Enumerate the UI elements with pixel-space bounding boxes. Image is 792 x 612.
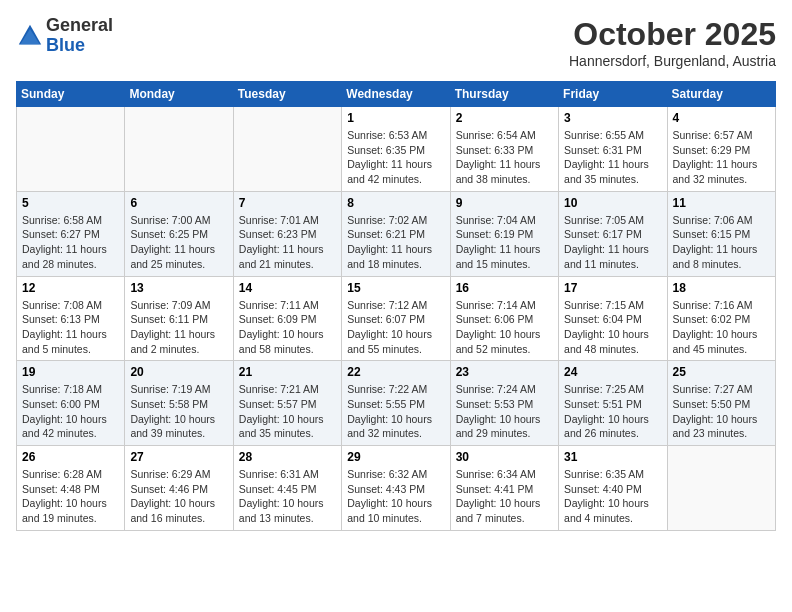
calendar-header: SundayMondayTuesdayWednesdayThursdayFrid… [17,82,776,107]
day-info: Sunrise: 7:05 AMSunset: 6:17 PMDaylight:… [564,213,661,272]
day-info: Sunrise: 6:57 AMSunset: 6:29 PMDaylight:… [673,128,770,187]
week-row-3: 12Sunrise: 7:08 AMSunset: 6:13 PMDayligh… [17,276,776,361]
calendar-cell [233,107,341,192]
calendar-cell: 2Sunrise: 6:54 AMSunset: 6:33 PMDaylight… [450,107,558,192]
day-number: 10 [564,196,661,210]
day-number: 29 [347,450,444,464]
day-number: 11 [673,196,770,210]
calendar-cell: 24Sunrise: 7:25 AMSunset: 5:51 PMDayligh… [559,361,667,446]
calendar-cell: 1Sunrise: 6:53 AMSunset: 6:35 PMDaylight… [342,107,450,192]
logo-general-label: General [46,16,113,36]
day-info: Sunrise: 7:12 AMSunset: 6:07 PMDaylight:… [347,298,444,357]
day-info: Sunrise: 7:16 AMSunset: 6:02 PMDaylight:… [673,298,770,357]
day-number: 1 [347,111,444,125]
calendar-cell: 25Sunrise: 7:27 AMSunset: 5:50 PMDayligh… [667,361,775,446]
day-number: 19 [22,365,119,379]
day-number: 13 [130,281,227,295]
day-info: Sunrise: 7:18 AMSunset: 6:00 PMDaylight:… [22,382,119,441]
week-row-4: 19Sunrise: 7:18 AMSunset: 6:00 PMDayligh… [17,361,776,446]
calendar-cell: 30Sunrise: 6:34 AMSunset: 4:41 PMDayligh… [450,446,558,531]
calendar-cell: 28Sunrise: 6:31 AMSunset: 4:45 PMDayligh… [233,446,341,531]
day-number: 2 [456,111,553,125]
calendar-cell: 10Sunrise: 7:05 AMSunset: 6:17 PMDayligh… [559,191,667,276]
calendar-cell: 11Sunrise: 7:06 AMSunset: 6:15 PMDayligh… [667,191,775,276]
day-number: 9 [456,196,553,210]
calendar-cell: 27Sunrise: 6:29 AMSunset: 4:46 PMDayligh… [125,446,233,531]
day-info: Sunrise: 7:22 AMSunset: 5:55 PMDaylight:… [347,382,444,441]
calendar-cell: 16Sunrise: 7:14 AMSunset: 6:06 PMDayligh… [450,276,558,361]
calendar-body: 1Sunrise: 6:53 AMSunset: 6:35 PMDaylight… [17,107,776,531]
calendar-cell: 21Sunrise: 7:21 AMSunset: 5:57 PMDayligh… [233,361,341,446]
day-number: 24 [564,365,661,379]
days-of-week-row: SundayMondayTuesdayWednesdayThursdayFrid… [17,82,776,107]
day-info: Sunrise: 7:19 AMSunset: 5:58 PMDaylight:… [130,382,227,441]
week-row-5: 26Sunrise: 6:28 AMSunset: 4:48 PMDayligh… [17,446,776,531]
day-number: 23 [456,365,553,379]
day-header-wednesday: Wednesday [342,82,450,107]
calendar-cell [667,446,775,531]
logo: General Blue [16,16,113,56]
day-number: 20 [130,365,227,379]
day-header-tuesday: Tuesday [233,82,341,107]
day-info: Sunrise: 6:31 AMSunset: 4:45 PMDaylight:… [239,467,336,526]
day-info: Sunrise: 6:54 AMSunset: 6:33 PMDaylight:… [456,128,553,187]
calendar-cell: 4Sunrise: 6:57 AMSunset: 6:29 PMDaylight… [667,107,775,192]
calendar-cell: 20Sunrise: 7:19 AMSunset: 5:58 PMDayligh… [125,361,233,446]
day-number: 5 [22,196,119,210]
title-block: October 2025 Hannersdorf, Burgenland, Au… [569,16,776,69]
calendar-cell: 8Sunrise: 7:02 AMSunset: 6:21 PMDaylight… [342,191,450,276]
day-number: 30 [456,450,553,464]
day-number: 8 [347,196,444,210]
logo-text: General Blue [46,16,113,56]
logo-blue-label: Blue [46,36,113,56]
day-number: 17 [564,281,661,295]
day-info: Sunrise: 6:34 AMSunset: 4:41 PMDaylight:… [456,467,553,526]
day-info: Sunrise: 7:24 AMSunset: 5:53 PMDaylight:… [456,382,553,441]
day-info: Sunrise: 6:35 AMSunset: 4:40 PMDaylight:… [564,467,661,526]
day-info: Sunrise: 7:09 AMSunset: 6:11 PMDaylight:… [130,298,227,357]
day-info: Sunrise: 6:58 AMSunset: 6:27 PMDaylight:… [22,213,119,272]
calendar-cell: 15Sunrise: 7:12 AMSunset: 6:07 PMDayligh… [342,276,450,361]
day-number: 21 [239,365,336,379]
calendar-cell: 22Sunrise: 7:22 AMSunset: 5:55 PMDayligh… [342,361,450,446]
calendar-table: SundayMondayTuesdayWednesdayThursdayFrid… [16,81,776,531]
calendar-cell: 14Sunrise: 7:11 AMSunset: 6:09 PMDayligh… [233,276,341,361]
day-info: Sunrise: 7:15 AMSunset: 6:04 PMDaylight:… [564,298,661,357]
calendar-cell: 26Sunrise: 6:28 AMSunset: 4:48 PMDayligh… [17,446,125,531]
week-row-2: 5Sunrise: 6:58 AMSunset: 6:27 PMDaylight… [17,191,776,276]
day-number: 14 [239,281,336,295]
day-number: 15 [347,281,444,295]
day-number: 3 [564,111,661,125]
day-number: 7 [239,196,336,210]
day-number: 26 [22,450,119,464]
location-subtitle: Hannersdorf, Burgenland, Austria [569,53,776,69]
day-number: 28 [239,450,336,464]
page-header: General Blue October 2025 Hannersdorf, B… [16,16,776,69]
day-number: 4 [673,111,770,125]
calendar-cell: 23Sunrise: 7:24 AMSunset: 5:53 PMDayligh… [450,361,558,446]
day-info: Sunrise: 7:14 AMSunset: 6:06 PMDaylight:… [456,298,553,357]
calendar-cell: 5Sunrise: 6:58 AMSunset: 6:27 PMDaylight… [17,191,125,276]
day-info: Sunrise: 6:55 AMSunset: 6:31 PMDaylight:… [564,128,661,187]
day-number: 22 [347,365,444,379]
calendar-cell: 19Sunrise: 7:18 AMSunset: 6:00 PMDayligh… [17,361,125,446]
logo-icon [16,22,44,50]
calendar-cell [17,107,125,192]
day-info: Sunrise: 7:25 AMSunset: 5:51 PMDaylight:… [564,382,661,441]
day-header-sunday: Sunday [17,82,125,107]
day-info: Sunrise: 6:28 AMSunset: 4:48 PMDaylight:… [22,467,119,526]
calendar-cell: 13Sunrise: 7:09 AMSunset: 6:11 PMDayligh… [125,276,233,361]
day-header-thursday: Thursday [450,82,558,107]
calendar-cell [125,107,233,192]
calendar-cell: 9Sunrise: 7:04 AMSunset: 6:19 PMDaylight… [450,191,558,276]
month-title: October 2025 [569,16,776,53]
day-header-saturday: Saturday [667,82,775,107]
day-info: Sunrise: 6:29 AMSunset: 4:46 PMDaylight:… [130,467,227,526]
day-info: Sunrise: 7:01 AMSunset: 6:23 PMDaylight:… [239,213,336,272]
day-number: 31 [564,450,661,464]
day-info: Sunrise: 7:21 AMSunset: 5:57 PMDaylight:… [239,382,336,441]
day-info: Sunrise: 6:32 AMSunset: 4:43 PMDaylight:… [347,467,444,526]
week-row-1: 1Sunrise: 6:53 AMSunset: 6:35 PMDaylight… [17,107,776,192]
day-info: Sunrise: 7:06 AMSunset: 6:15 PMDaylight:… [673,213,770,272]
calendar-cell: 7Sunrise: 7:01 AMSunset: 6:23 PMDaylight… [233,191,341,276]
